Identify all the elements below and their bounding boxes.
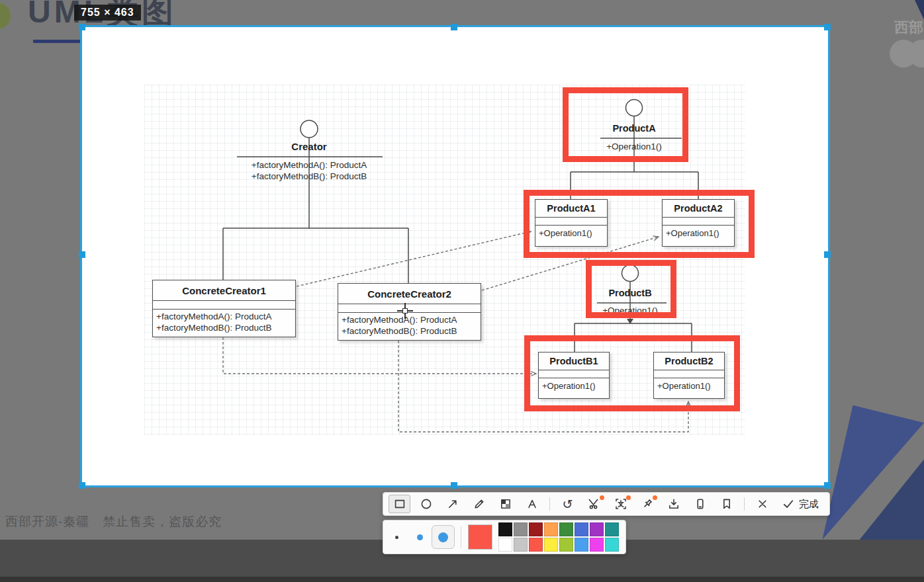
- class-concretecreator1: ConcreteCreator1 +factoryMethodA(): Prod…: [152, 280, 296, 337]
- class-methods: +factoryMethodA(): ProductA +factoryMeth…: [153, 310, 295, 337]
- palette-color[interactable]: [514, 522, 528, 536]
- title-underline: [33, 40, 84, 43]
- palette-color[interactable]: [590, 522, 604, 536]
- bookmark-icon: [720, 497, 733, 511]
- annotation-rect-productb1-b2: [524, 335, 740, 411]
- palette-color[interactable]: [559, 538, 573, 552]
- palette-color[interactable]: [575, 538, 588, 552]
- free-crop-button[interactable]: [583, 495, 605, 513]
- done-button[interactable]: 完成: [778, 495, 823, 513]
- stylebar-separator: [461, 526, 461, 548]
- undo-button[interactable]: ↺: [557, 495, 578, 513]
- palette-color[interactable]: [514, 538, 528, 552]
- class-attributes: [153, 301, 295, 310]
- arrow-icon: [446, 497, 459, 511]
- watermark-text: 西部开源-秦疆 禁止售卖，盗版必究: [5, 513, 222, 530]
- selection-handle-top-mid[interactable]: [451, 24, 457, 30]
- annotation-rect-producta: [563, 87, 688, 162]
- screen-ocr-button[interactable]: [610, 495, 631, 513]
- method-line: +factoryMethodA(): ProductA: [230, 159, 389, 171]
- ocr-text-recognition-icon: [614, 497, 627, 511]
- screenshot-overlay-screen: UML类图 西部 西部开源-秦疆 禁止售卖，盗版必究: [0, 0, 924, 582]
- new-feature-badge: [600, 495, 604, 500]
- selection-handle-top-left[interactable]: [79, 24, 85, 30]
- screenshot-toolbar: ↺: [383, 492, 830, 516]
- selection-handle-mid-right[interactable]: [824, 251, 831, 258]
- close-icon: [756, 497, 769, 511]
- interface-creator-methods: +factoryMethodA(): ProductA +factoryMeth…: [230, 159, 389, 182]
- selection-handle-mid-left[interactable]: [79, 251, 85, 258]
- slide-logo-circle: [0, 3, 11, 29]
- stroke-size-dot: [438, 532, 448, 542]
- annotation-rect-productb: [586, 260, 676, 318]
- pin-button[interactable]: [636, 495, 658, 513]
- new-feature-badge: [626, 495, 631, 500]
- undo-icon: ↺: [563, 498, 573, 511]
- stroke-size-small-option[interactable]: [395, 536, 398, 539]
- palette-color[interactable]: [498, 522, 512, 536]
- text-tool-button[interactable]: [521, 495, 543, 513]
- phone-icon: [694, 497, 707, 511]
- arrow-tool-button[interactable]: [441, 495, 463, 513]
- method-line: +factoryMethodB(): ProductB: [156, 322, 292, 333]
- toolbar-separator: [744, 497, 745, 511]
- palette-color[interactable]: [544, 522, 558, 536]
- stroke-size-medium-option[interactable]: [417, 534, 423, 540]
- rectangle-icon: [393, 497, 406, 511]
- interface-creator-title: Creator: [243, 141, 375, 152]
- selection-size-badge: 755 × 463: [74, 5, 141, 21]
- download-save-button[interactable]: [663, 495, 684, 513]
- capture-selection-region[interactable]: Creator +factoryMethodA(): ProductA +fac…: [82, 27, 828, 485]
- class-title: ConcreteCreator2: [338, 284, 481, 304]
- text-icon: [526, 497, 539, 511]
- crosshair-cursor: [397, 303, 413, 319]
- method-line: +factoryMethodB(): ProductB: [230, 171, 389, 182]
- mosaic-icon: [499, 497, 512, 511]
- done-label: 完成: [799, 498, 819, 511]
- pencil-icon: [473, 497, 486, 511]
- scissors-icon: [588, 497, 601, 511]
- palette-color[interactable]: [575, 522, 588, 536]
- selection-handle-bottom-mid[interactable]: [451, 482, 457, 489]
- download-icon: [667, 497, 680, 511]
- ellipse-tool-button[interactable]: [415, 495, 437, 513]
- annotation-rect-producta1-a2: [524, 190, 755, 258]
- color-palette: [498, 522, 619, 552]
- pencil-tool-button[interactable]: [468, 495, 490, 513]
- palette-color[interactable]: [498, 538, 512, 552]
- check-icon: [782, 497, 795, 511]
- palette-color[interactable]: [605, 538, 619, 552]
- mosaic-tool-button[interactable]: [494, 495, 516, 513]
- palette-color[interactable]: [559, 522, 573, 536]
- palette-color[interactable]: [544, 538, 558, 552]
- toolbar-separator: [549, 497, 550, 511]
- method-line: +factoryMethodA(): ProductA: [156, 311, 292, 322]
- selection-handle-bottom-right[interactable]: [824, 482, 831, 489]
- palette-color[interactable]: [590, 538, 604, 552]
- current-color-swatch[interactable]: [468, 524, 492, 550]
- palette-color[interactable]: [529, 538, 543, 552]
- ellipse-icon: [420, 497, 433, 511]
- method-line: +factoryMethodB(): ProductB: [342, 325, 477, 337]
- class-title: ConcreteCreator1: [153, 280, 295, 301]
- pin-icon: [641, 497, 654, 511]
- selection-handle-top-right[interactable]: [824, 24, 831, 30]
- stroke-style-bar: [383, 520, 626, 554]
- cancel-button[interactable]: [751, 495, 773, 513]
- palette-color[interactable]: [605, 522, 619, 536]
- stroke-size-large-option-selected[interactable]: [432, 525, 455, 549]
- selection-handle-bottom-left[interactable]: [79, 482, 85, 489]
- send-to-phone-button[interactable]: [689, 495, 711, 513]
- rectangle-tool-button[interactable]: [389, 495, 410, 513]
- bookmark-button[interactable]: [716, 495, 737, 513]
- bottom-edge-bar: [0, 577, 924, 582]
- new-feature-badge: [653, 495, 657, 500]
- slide-corner-text: 西部: [894, 18, 923, 38]
- palette-color[interactable]: [529, 522, 543, 536]
- corner-triangle-decoration: [915, 0, 924, 20]
